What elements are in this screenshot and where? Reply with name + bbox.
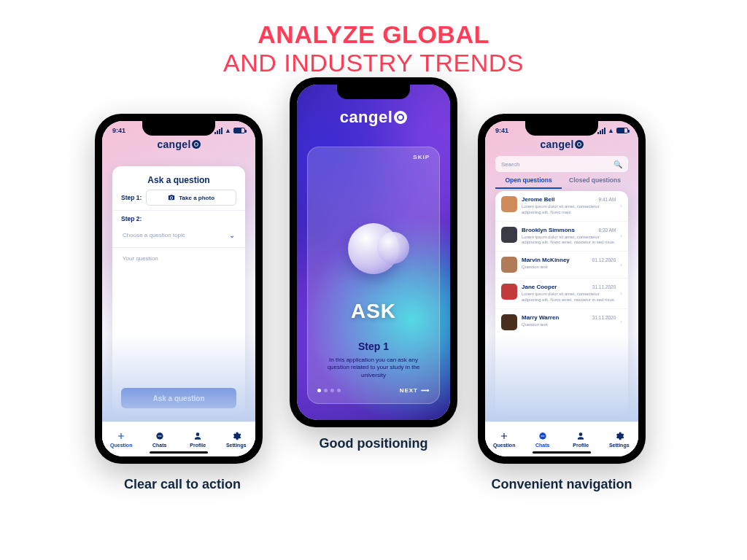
tab-open-questions[interactable]: Open questions bbox=[495, 176, 562, 189]
next-button[interactable]: NEXT⟶ bbox=[400, 387, 430, 394]
page-dot[interactable] bbox=[337, 389, 341, 392]
avatar bbox=[501, 227, 517, 243]
battery-icon bbox=[233, 128, 245, 133]
status-icons: ▲ bbox=[214, 127, 245, 134]
home-indicator bbox=[150, 451, 208, 454]
item-name: Jerome Bell bbox=[522, 196, 554, 203]
tab-label: Question bbox=[493, 443, 515, 448]
ask-card: Ask a question Step 1: Take a photo Step… bbox=[112, 166, 245, 416]
notch bbox=[142, 121, 215, 136]
item-name: Brooklyn Simmons bbox=[522, 227, 575, 233]
list-item[interactable]: Jerome Bell9:41 AMLorem ipsum dolor sit … bbox=[495, 191, 628, 222]
tab-settings[interactable]: Settings bbox=[217, 422, 256, 456]
stage: 9:41 ▲ cangel Ask a question Step 1: Tak… bbox=[0, 77, 747, 529]
item-time: 01.12.2020 bbox=[592, 257, 616, 262]
svg-point-3 bbox=[160, 435, 162, 437]
chevron-right-icon: › bbox=[620, 319, 622, 325]
item-time: 31.11.2020 bbox=[592, 284, 616, 289]
logo-mark-icon bbox=[575, 140, 584, 149]
item-subtitle: Lorem ipsum dolor sit amet, consectetur … bbox=[522, 235, 616, 246]
chevron-right-icon: › bbox=[620, 203, 622, 209]
list-item[interactable]: Brooklyn Simmons8:20 AMLorem ipsum dolor… bbox=[495, 222, 628, 252]
list-item[interactable]: Marry Warren31.11.2020Question text› bbox=[495, 309, 628, 335]
item-subtitle: Lorem ipsum dolor sit amet, consectetur … bbox=[522, 204, 616, 216]
page-dots bbox=[317, 389, 341, 392]
battery-icon bbox=[616, 128, 628, 133]
ask-word: ASK bbox=[351, 300, 396, 323]
item-subtitle: Lorem ipsum dolor sit amet, consectetur … bbox=[522, 292, 616, 303]
headline-line2: AND INDUSTRY TRENDS bbox=[0, 49, 747, 77]
ask-question-button[interactable]: Ask a question bbox=[121, 388, 236, 408]
step2-label: Step 2: bbox=[121, 215, 142, 222]
signal-icon bbox=[597, 128, 605, 134]
avatar bbox=[501, 314, 517, 330]
tab-label: Profile bbox=[190, 443, 206, 448]
list-item[interactable]: Jane Cooper31.11.2020Lorem ipsum dolor s… bbox=[495, 279, 628, 309]
chat-bubble-icon bbox=[348, 223, 399, 274]
app-logo: cangel bbox=[485, 139, 638, 150]
app-logo: cangel bbox=[297, 108, 450, 127]
topic-placeholder: Choose a question topic bbox=[123, 232, 185, 238]
signal-icon bbox=[214, 128, 222, 134]
take-photo-label: Take a photo bbox=[179, 195, 214, 201]
tab-label: Settings bbox=[226, 443, 247, 448]
wifi-icon: ▲ bbox=[225, 127, 231, 134]
caption-right: Convenient navigation bbox=[467, 477, 657, 492]
onboarding-step-title: Step 1 bbox=[317, 341, 430, 352]
take-photo-button[interactable]: Take a photo bbox=[146, 190, 236, 206]
divider bbox=[112, 210, 245, 211]
step1-row: Step 1: Take a photo bbox=[121, 190, 236, 206]
tab-settings[interactable]: Settings bbox=[600, 422, 639, 456]
logo-mark-icon bbox=[192, 140, 201, 149]
chevron-right-icon: › bbox=[620, 233, 622, 239]
questions-list: Jerome Bell9:41 AMLorem ipsum dolor sit … bbox=[495, 191, 628, 416]
headline-line1: ANALYZE GLOBAL bbox=[0, 20, 747, 49]
onboarding-step-desc: In this application you can ask any ques… bbox=[325, 357, 422, 380]
tab-label: Chats bbox=[535, 443, 549, 448]
question-input[interactable]: Your question bbox=[121, 252, 236, 384]
tab-question[interactable]: Question bbox=[102, 422, 141, 456]
search-placeholder: Search bbox=[501, 161, 519, 168]
onboarding-card: SKIP ASK Step 1 In this application you … bbox=[307, 147, 440, 404]
item-subtitle: Question text bbox=[522, 265, 616, 271]
tab-label: Chats bbox=[152, 443, 166, 448]
home-indicator bbox=[533, 451, 591, 454]
arrow-right-icon: ⟶ bbox=[421, 387, 430, 394]
camera-icon bbox=[168, 194, 175, 201]
card-title: Ask a question bbox=[121, 175, 236, 185]
chevron-down-icon: ⌄ bbox=[229, 231, 235, 239]
search-icon: 🔍 bbox=[614, 160, 622, 168]
chevron-right-icon: › bbox=[620, 262, 622, 268]
status-icons: ▲ bbox=[597, 127, 628, 134]
page-dot[interactable] bbox=[324, 389, 328, 392]
status-time: 9:41 bbox=[112, 127, 125, 134]
phone-left: 9:41 ▲ cangel Ask a question Step 1: Tak… bbox=[95, 114, 263, 464]
headline: ANALYZE GLOBAL AND INDUSTRY TRENDS bbox=[0, 20, 747, 77]
step2-row: Step 2: bbox=[121, 215, 236, 222]
caption-left: Clear call to action bbox=[88, 477, 277, 492]
phone-right: 9:41 ▲ cangel Search 🔍 Open questions Cl… bbox=[478, 114, 646, 464]
search-input[interactable]: Search 🔍 bbox=[495, 156, 628, 172]
svg-point-7 bbox=[543, 435, 545, 437]
item-time: 8:20 AM bbox=[598, 228, 616, 233]
item-time: 9:41 AM bbox=[598, 197, 616, 202]
skip-button[interactable]: SKIP bbox=[413, 154, 430, 160]
segmented-control: Open questions Closed questions bbox=[495, 176, 628, 189]
tab-closed-questions[interactable]: Closed questions bbox=[562, 176, 628, 189]
tab-label: Settings bbox=[609, 443, 630, 448]
page-dot[interactable] bbox=[330, 389, 334, 392]
avatar bbox=[501, 257, 517, 273]
notch bbox=[525, 121, 598, 136]
svg-point-6 bbox=[542, 435, 543, 437]
svg-point-2 bbox=[159, 435, 160, 437]
avatar bbox=[501, 284, 517, 300]
item-name: Jane Cooper bbox=[522, 284, 557, 290]
topic-select[interactable]: Choose a question topic ⌄ bbox=[121, 227, 236, 243]
item-name: Marvin McKinney bbox=[522, 257, 570, 263]
avatar bbox=[501, 196, 517, 212]
list-item[interactable]: Marvin McKinney01.12.2020Question text› bbox=[495, 252, 628, 279]
page-dot[interactable] bbox=[317, 389, 321, 392]
tab-label: Question bbox=[110, 443, 132, 448]
tab-question[interactable]: Question bbox=[485, 422, 524, 456]
tab-label: Profile bbox=[573, 443, 589, 448]
